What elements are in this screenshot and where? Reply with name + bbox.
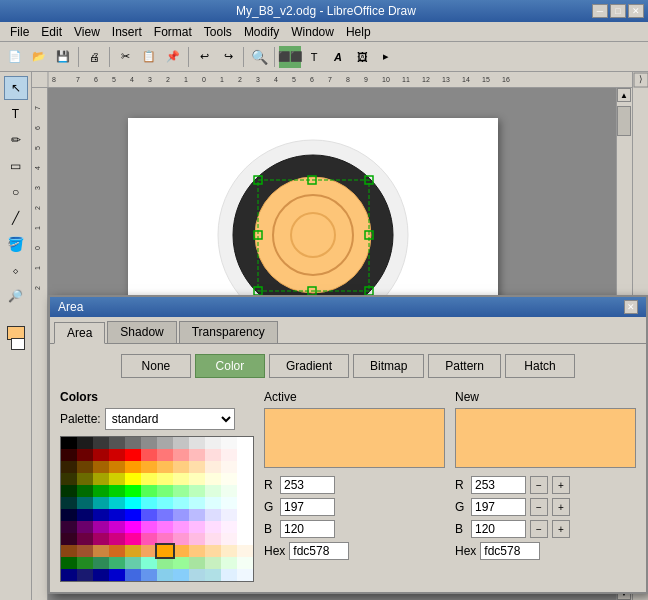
menu-window[interactable]: Window	[285, 24, 340, 40]
color-cell[interactable]	[237, 509, 253, 521]
color-cell[interactable]	[93, 473, 109, 485]
color-cell[interactable]	[125, 545, 141, 557]
color-cell[interactable]	[141, 569, 157, 581]
color-cell[interactable]	[125, 557, 141, 569]
option-gradient[interactable]: Gradient	[269, 354, 349, 378]
option-color[interactable]: Color	[195, 354, 265, 378]
color-cell[interactable]	[125, 569, 141, 581]
pencil-tool[interactable]: ✏	[4, 128, 28, 152]
menu-file[interactable]: File	[4, 24, 35, 40]
color-cell[interactable]	[157, 437, 173, 449]
undo-button[interactable]: ↩	[193, 46, 215, 68]
color-cell[interactable]	[189, 485, 205, 497]
color-cell[interactable]	[189, 449, 205, 461]
scroll-up[interactable]: ▲	[617, 88, 631, 102]
color-cell[interactable]	[237, 545, 253, 557]
color-cell[interactable]	[237, 485, 253, 497]
ellipse-tool[interactable]: ○	[4, 180, 28, 204]
cut-button[interactable]: ✂	[114, 46, 136, 68]
color-cell[interactable]	[125, 449, 141, 461]
color-cell[interactable]	[125, 497, 141, 509]
color-cell[interactable]	[237, 569, 253, 581]
color-cell[interactable]	[109, 533, 125, 545]
color-cell[interactable]	[61, 509, 77, 521]
color-cell[interactable]	[173, 521, 189, 533]
color-cell[interactable]	[141, 509, 157, 521]
active-hex-input[interactable]	[289, 542, 349, 560]
fontwork-button[interactable]: A	[327, 46, 349, 68]
color-cell[interactable]	[141, 557, 157, 569]
color-cell[interactable]	[109, 485, 125, 497]
color-cell[interactable]	[109, 509, 125, 521]
color-cell[interactable]	[173, 533, 189, 545]
option-hatch[interactable]: Hatch	[505, 354, 575, 378]
color-cell[interactable]	[141, 437, 157, 449]
color-cell[interactable]	[189, 461, 205, 473]
line-tool[interactable]: ╱	[4, 206, 28, 230]
color-cell[interactable]	[237, 533, 253, 545]
color-cell[interactable]	[173, 569, 189, 581]
color-cell[interactable]	[173, 557, 189, 569]
color-cell[interactable]	[77, 545, 93, 557]
color-cell[interactable]	[141, 533, 157, 545]
color-cell[interactable]	[157, 485, 173, 497]
color-cell[interactable]	[61, 461, 77, 473]
color-cell[interactable]	[61, 437, 77, 449]
color-cell[interactable]	[125, 509, 141, 521]
color-cell[interactable]	[173, 473, 189, 485]
option-pattern[interactable]: Pattern	[428, 354, 501, 378]
color-cell[interactable]	[109, 449, 125, 461]
color-cell[interactable]	[221, 569, 237, 581]
color-cell[interactable]	[125, 473, 141, 485]
color-cell[interactable]	[173, 485, 189, 497]
color-cell[interactable]	[125, 485, 141, 497]
new-hex-input[interactable]	[480, 542, 540, 560]
color-cell[interactable]	[189, 497, 205, 509]
rect-tool[interactable]: ▭	[4, 154, 28, 178]
color-cell[interactable]	[189, 533, 205, 545]
color-cell[interactable]	[109, 461, 125, 473]
color-cell[interactable]	[109, 497, 125, 509]
color-cell[interactable]	[109, 437, 125, 449]
menu-insert[interactable]: Insert	[106, 24, 148, 40]
color-cell[interactable]	[221, 449, 237, 461]
color-cell[interactable]	[205, 461, 221, 473]
option-bitmap[interactable]: Bitmap	[353, 354, 424, 378]
color-cell[interactable]	[93, 449, 109, 461]
color-cell[interactable]	[157, 569, 173, 581]
color-cell[interactable]	[61, 521, 77, 533]
color-cell[interactable]	[173, 449, 189, 461]
color-cell[interactable]	[221, 545, 237, 557]
color-cell[interactable]	[237, 449, 253, 461]
color-cell[interactable]	[109, 569, 125, 581]
color-cell[interactable]	[157, 557, 173, 569]
scroll-thumb[interactable]	[617, 106, 631, 136]
color-cell[interactable]	[173, 509, 189, 521]
color-cell[interactable]	[141, 545, 157, 557]
color-cell[interactable]	[141, 473, 157, 485]
color-cell[interactable]	[61, 533, 77, 545]
color-cell[interactable]	[237, 437, 253, 449]
color-cell[interactable]	[205, 569, 221, 581]
color-cell[interactable]	[205, 473, 221, 485]
color-cell[interactable]	[141, 461, 157, 473]
textbox-button[interactable]: T	[303, 46, 325, 68]
color-cell[interactable]	[173, 437, 189, 449]
option-none[interactable]: None	[121, 354, 191, 378]
color-cell[interactable]	[109, 521, 125, 533]
color-cell[interactable]	[173, 545, 189, 557]
save-button[interactable]: 💾	[52, 46, 74, 68]
close-button[interactable]: ✕	[628, 4, 644, 18]
color-cell[interactable]	[221, 437, 237, 449]
redo-button[interactable]: ↪	[217, 46, 239, 68]
color-cell[interactable]	[93, 521, 109, 533]
color-cell[interactable]	[109, 545, 125, 557]
color-cell[interactable]	[77, 557, 93, 569]
new-b-input[interactable]	[471, 520, 526, 538]
color-cell[interactable]	[157, 473, 173, 485]
color-cell[interactable]	[61, 497, 77, 509]
text-tool[interactable]: T	[4, 102, 28, 126]
new-r-plus[interactable]: +	[552, 476, 570, 494]
color-cell[interactable]	[189, 437, 205, 449]
color-swatch-bg[interactable]	[11, 338, 25, 350]
